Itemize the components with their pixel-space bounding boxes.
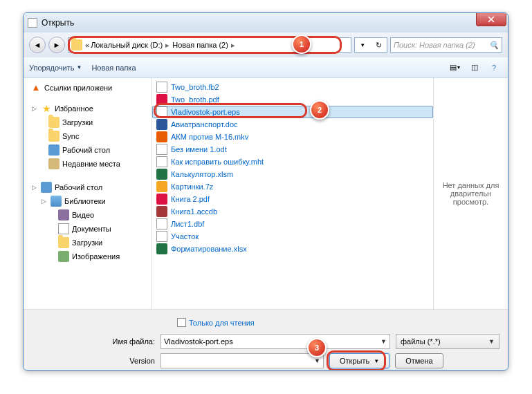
chevron-right-icon: ▸: [230, 41, 237, 50]
expand-icon: ▷: [40, 198, 48, 205]
file-item[interactable]: Книга 2.pdf: [152, 193, 433, 205]
nav-forward-button[interactable]: ►: [48, 37, 65, 53]
breadcrumb-part2[interactable]: Новая папка (2): [172, 41, 228, 49]
arrow-right-icon: ►: [53, 41, 61, 49]
archive-icon: [156, 181, 167, 192]
tree-app-links[interactable]: ▲Ссылки приложени: [24, 81, 152, 95]
tree-videos[interactable]: Видео: [24, 208, 152, 222]
readonly-checkbox[interactable]: [177, 318, 186, 327]
view-options-button[interactable]: ▤ ▼: [447, 60, 464, 75]
open-dialog: Открыть ◄ ► « Локальный диск (D:) ▸ Нова…: [23, 12, 508, 370]
readonly-row: Только для чтения: [32, 315, 499, 334]
search-icon: 🔍: [489, 41, 499, 50]
chevron-down-icon: ▼: [314, 357, 320, 364]
desktop-icon: [41, 182, 52, 193]
pdf-icon: [156, 194, 167, 205]
refresh-icon[interactable]: ↻: [376, 41, 382, 50]
callout-2: 2: [310, 100, 329, 120]
file-item[interactable]: Книга1.accdb: [152, 205, 433, 218]
callout-1: 1: [292, 35, 311, 54]
app-icon: [28, 18, 37, 28]
file-item[interactable]: Two_broth.fb2: [152, 81, 433, 93]
version-combo[interactable]: ▼: [160, 353, 324, 368]
access-icon: [156, 206, 167, 217]
file-item[interactable]: Лист1.dbf: [152, 218, 433, 230]
expand-icon: ▷: [30, 184, 38, 191]
sidebar: ▲Ссылки приложени ▷★Избранное Загрузки S…: [24, 78, 152, 309]
chevron-down-icon: ▼: [488, 338, 495, 345]
arrow-left-icon: ◄: [34, 41, 42, 49]
desktop-icon: [48, 144, 59, 156]
tree-favorites[interactable]: ▷★Избранное: [24, 102, 152, 115]
filename-input[interactable]: Vladivostok-port.eps ▼: [160, 334, 390, 349]
view-icon: ▤: [450, 63, 457, 72]
file-item[interactable]: Картинки.7z: [152, 180, 433, 193]
file-item[interactable]: Форматирование.xlsx: [152, 243, 433, 255]
file-item[interactable]: АКМ против М-16.mkv: [152, 131, 433, 143]
file-item[interactable]: Two_broth.pdf: [152, 93, 433, 106]
filter-text: файлы (*.*): [401, 337, 441, 346]
pdf-icon: [156, 94, 167, 105]
file-icon: [156, 231, 167, 242]
excel-icon: [156, 169, 167, 180]
file-item[interactable]: Участок: [152, 230, 433, 243]
filename-label: Имя файла:: [32, 337, 155, 346]
folder-icon: [48, 131, 59, 142]
file-icon: [156, 106, 167, 118]
file-icon: [156, 82, 167, 93]
breadcrumb-part1[interactable]: Локальный диск (D:): [91, 41, 163, 49]
file-item-selected[interactable]: Vladivostok-port.eps: [152, 106, 433, 118]
tree-images[interactable]: Изображения: [24, 250, 152, 263]
tree-desktop[interactable]: ▷Рабочий стол: [24, 180, 152, 194]
preview-pane: Нет данных для дварительн просмотр.: [433, 78, 508, 309]
readonly-label: Только для чтения: [189, 319, 255, 327]
tree-sync[interactable]: Sync: [24, 129, 152, 143]
close-icon: [488, 16, 495, 23]
toolbar: Упорядочить ▼ Новая папка ▤ ▼ ◫ ?: [24, 57, 508, 78]
tree-libraries[interactable]: ▷Библиотеки: [24, 194, 152, 208]
version-row: Version ▼ Открыть ▼ 3 Отмена: [32, 353, 499, 368]
video-icon: [156, 131, 167, 142]
file-item[interactable]: Авиатранспорт.doc: [152, 118, 433, 131]
chevron-down-icon[interactable]: ▼: [360, 42, 365, 48]
bottom-panel: Только для чтения Имя файла: Vladivostok…: [24, 309, 508, 370]
chevron-down-icon: ▼: [457, 65, 461, 70]
word-icon: [156, 119, 167, 130]
file-item[interactable]: Калькулятор.xlsm: [152, 168, 433, 180]
preview-icon: ◫: [471, 63, 478, 72]
file-item[interactable]: Как исправить ошибку.mht: [152, 156, 433, 168]
filename-row: Имя файла: Vladivostok-port.eps ▼ файлы …: [32, 334, 499, 349]
close-button[interactable]: [476, 12, 506, 26]
filter-combo[interactable]: файлы (*.*) ▼: [396, 334, 499, 349]
tree-documents[interactable]: Документы: [24, 222, 152, 236]
tree-desktop-fav[interactable]: Рабочий стол: [24, 143, 152, 157]
tree-downloads-lib[interactable]: Загрузки: [24, 236, 152, 250]
tree-recent[interactable]: Недавние места: [24, 157, 152, 171]
navbar: ◄ ► « Локальный диск (D:) ▸ Новая папка …: [24, 32, 508, 57]
organize-menu[interactable]: Упорядочить ▼: [29, 64, 82, 72]
search-input[interactable]: Поиск: Новая папка (2) 🔍: [390, 37, 502, 53]
window-title: Открыть: [42, 18, 74, 28]
folder-icon: [71, 39, 82, 50]
version-label: Version: [32, 357, 155, 365]
titlebar: Открыть: [24, 13, 508, 32]
file-icon: [156, 156, 167, 167]
file-icon: [156, 144, 167, 155]
cancel-button[interactable]: Отмена: [395, 353, 443, 368]
chevron-right-icon: ▸: [164, 41, 171, 50]
help-button[interactable]: ?: [486, 60, 502, 75]
tree-downloads[interactable]: Загрузки: [24, 115, 152, 129]
star-icon: ★: [41, 103, 52, 114]
open-button[interactable]: Открыть ▼: [329, 353, 389, 368]
help-icon: ?: [492, 64, 496, 72]
preview-pane-button[interactable]: ◫: [466, 60, 483, 75]
chevron-down-icon: ▼: [380, 338, 387, 345]
new-folder-button[interactable]: Новая папка: [91, 64, 136, 72]
document-icon: [58, 223, 69, 234]
file-item[interactable]: Без имени 1.odt: [152, 143, 433, 156]
vlc-icon: ▲: [30, 82, 42, 93]
split-arrow-icon: ▼: [374, 358, 379, 364]
folder-icon: [48, 117, 59, 128]
nav-back-button[interactable]: ◄: [29, 37, 46, 53]
breadcrumb: « Локальный диск (D:) ▸ Новая папка (2) …: [85, 41, 237, 50]
